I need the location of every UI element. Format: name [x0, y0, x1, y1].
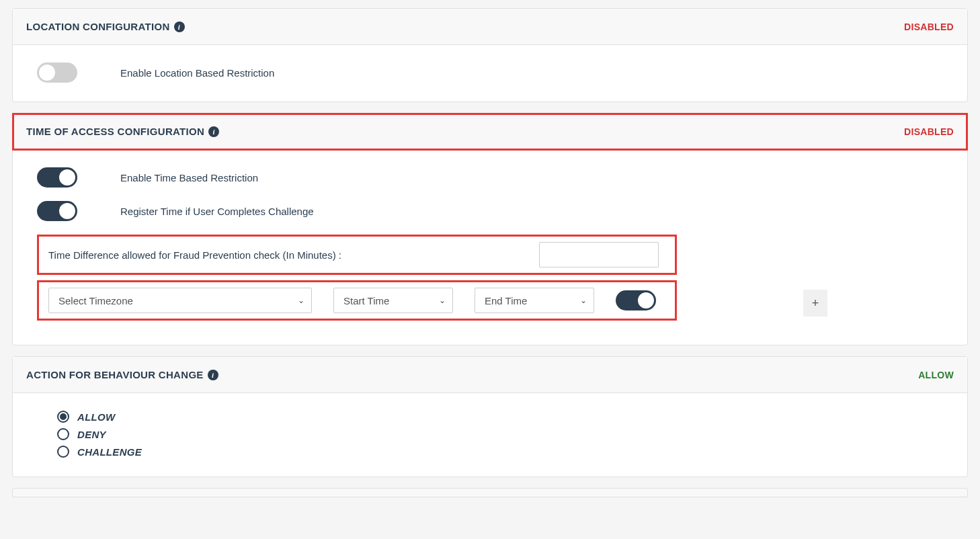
location-enable-row: Enable Location Based Restriction	[37, 63, 943, 83]
chevron-down-icon: ⌄	[439, 296, 446, 305]
time-register-row: Register Time if User Completes Challeng…	[37, 201, 943, 221]
action-radio-deny-label: DENY	[77, 429, 106, 440]
time-diff-label: Time Difference allowed for Fraud Preven…	[48, 249, 341, 261]
action-status-badge: ALLOW	[918, 370, 954, 380]
time-enable-toggle[interactable]	[37, 167, 77, 188]
start-time-select[interactable]: Start Time ⌄	[333, 288, 453, 313]
info-icon[interactable]: i	[208, 370, 218, 380]
radio-icon	[57, 411, 69, 423]
location-enable-toggle[interactable]	[37, 63, 77, 83]
time-row-toggle[interactable]	[616, 290, 656, 310]
time-config-title-row: TIME OF ACCESS CONFIGURATION i	[26, 126, 219, 137]
toggle-knob	[39, 65, 55, 81]
timezone-select[interactable]: Select Timezone ⌄	[48, 288, 312, 313]
action-change-title: ACTION FOR BEHAVIOUR CHANGE	[26, 369, 204, 380]
time-diff-input[interactable]	[539, 242, 659, 267]
time-enable-row: Enable Time Based Restriction	[37, 167, 943, 188]
action-change-header: ACTION FOR BEHAVIOUR CHANGE i ALLOW	[13, 357, 967, 393]
time-status-badge: DISABLED	[904, 126, 954, 137]
location-status-badge: DISABLED	[904, 22, 954, 32]
action-radio-allow[interactable]: ALLOW	[57, 411, 943, 423]
time-config-body: Enable Time Based Restriction Register T…	[13, 150, 967, 345]
location-config-title: LOCATION CONFIGURATION	[26, 21, 170, 32]
action-radio-group: ALLOW DENY CHALLENGE	[37, 411, 943, 458]
time-enable-label: Enable Time Based Restriction	[120, 172, 258, 183]
radio-icon	[57, 446, 69, 458]
toggle-knob	[59, 203, 75, 219]
start-time-label: Start Time	[343, 295, 389, 306]
info-icon[interactable]: i	[174, 22, 185, 32]
time-config-title: TIME OF ACCESS CONFIGURATION	[26, 126, 204, 137]
toggle-knob	[59, 169, 75, 185]
chevron-down-icon: ⌄	[298, 296, 304, 305]
end-time-label: End Time	[485, 295, 527, 306]
action-radio-deny[interactable]: DENY	[57, 428, 943, 440]
time-tz-outer-row: Select Timezone ⌄ Start Time ⌄ End Time …	[37, 280, 943, 326]
time-tz-row: Select Timezone ⌄ Start Time ⌄ End Time …	[37, 280, 677, 321]
time-register-label: Register Time if User Completes Challeng…	[120, 206, 314, 217]
location-config-body: Enable Location Based Restriction	[13, 45, 967, 101]
time-register-toggle[interactable]	[37, 201, 77, 221]
timezone-select-label: Select Timezone	[58, 295, 133, 306]
end-time-select[interactable]: End Time ⌄	[475, 288, 594, 313]
location-config-panel: LOCATION CONFIGURATION i DISABLED Enable…	[12, 8, 968, 102]
radio-icon	[57, 428, 69, 440]
action-change-body: ALLOW DENY CHALLENGE	[13, 393, 967, 476]
action-radio-challenge-label: CHALLENGE	[77, 446, 142, 458]
action-radio-allow-label: ALLOW	[77, 411, 115, 423]
toggle-knob	[638, 292, 654, 308]
info-icon[interactable]: i	[208, 126, 219, 137]
chevron-down-icon: ⌄	[580, 296, 587, 305]
action-radio-challenge[interactable]: CHALLENGE	[57, 446, 943, 458]
action-change-title-row: ACTION FOR BEHAVIOUR CHANGE i	[26, 369, 218, 380]
action-change-panel: ACTION FOR BEHAVIOUR CHANGE i ALLOW ALLO…	[12, 356, 968, 477]
location-enable-label: Enable Location Based Restriction	[120, 67, 274, 79]
time-config-panel: TIME OF ACCESS CONFIGURATION i DISABLED …	[12, 113, 968, 345]
time-config-header: TIME OF ACCESS CONFIGURATION i DISABLED	[13, 114, 967, 150]
location-config-header: LOCATION CONFIGURATION i DISABLED	[13, 9, 967, 45]
location-config-title-row: LOCATION CONFIGURATION i	[26, 21, 185, 32]
time-diff-row: Time Difference allowed for Fraud Preven…	[37, 235, 677, 275]
add-time-row-button[interactable]: +	[803, 290, 827, 317]
next-panel-partial	[12, 488, 968, 497]
